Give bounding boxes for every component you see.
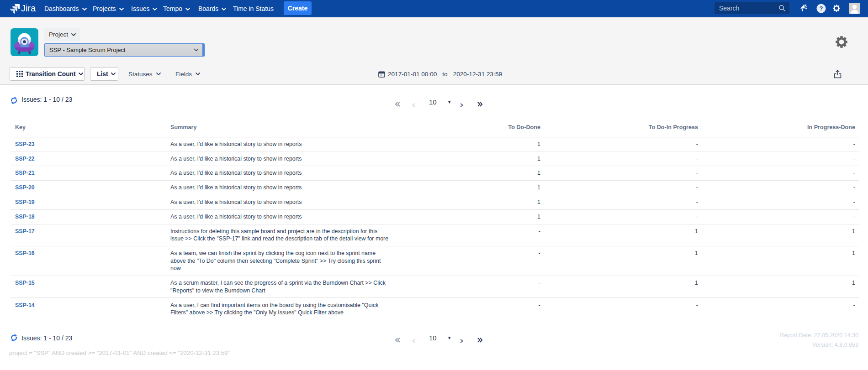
svg-text:?: ? — [820, 5, 823, 12]
